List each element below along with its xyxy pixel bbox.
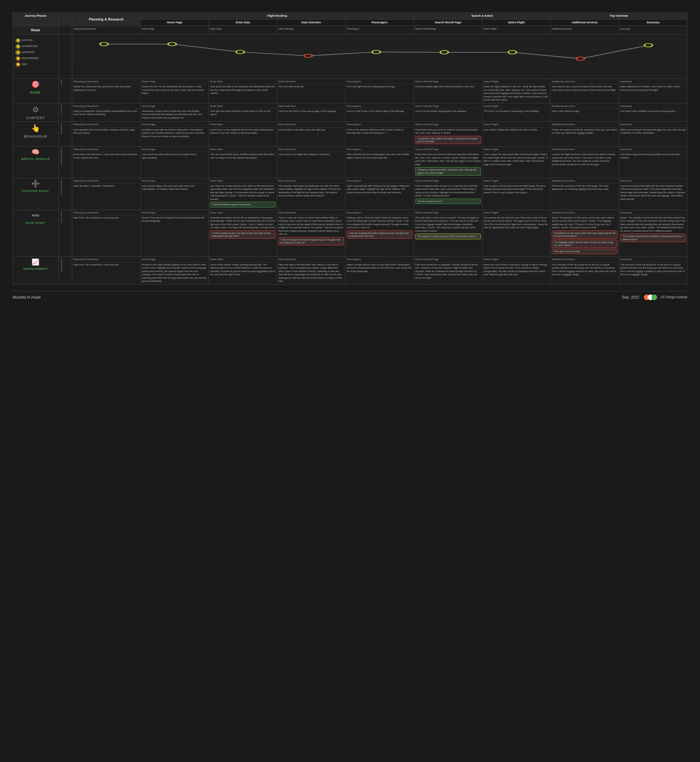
trip-overview-header: Trip Overview xyxy=(550,13,688,20)
ctx-plan-txt: Using a smartphone. Using website deskto… xyxy=(73,110,139,116)
ctx-srch-txt: User is on the search result page of the… xyxy=(415,110,481,113)
mental-row: 🧠 MENTAL MODULE Mental Module Planning &… xyxy=(13,147,688,178)
beh-home-txt: Decided to book with the small or big sc… xyxy=(142,128,208,138)
imp-passengers: Passengers make it simple and let users … xyxy=(345,257,414,284)
context-planning: Planning & Research Using a smartphone. … xyxy=(72,103,140,122)
pos-plan-txt: Open for Ideas. Inspiration. Excitement xyxy=(73,184,139,188)
beh-plan-txt: Get inspiration from social media. Compa… xyxy=(73,128,139,135)
beh-sel-txt: User selects a flight that matches the u… xyxy=(484,128,549,132)
imp-add-hdr: Additional services xyxy=(552,258,617,262)
context-icon: ⚙ xyxy=(14,105,57,114)
pain-select: Select Flight The website did not notify… xyxy=(482,210,550,257)
pain-pass-quote: "I did not recognise the button maybe be… xyxy=(347,231,412,239)
mental-srch-txt: Read and scroll up & down to need the im… xyxy=(415,153,481,166)
pain-data-hdr: Data Selection xyxy=(278,211,344,215)
goal-label-text: GOAL xyxy=(30,91,41,94)
mental-srch-hdr: Search Result Page xyxy=(415,148,481,152)
svg-point-11 xyxy=(577,57,584,60)
ctx-plan-hdr: Planning & Research xyxy=(73,105,139,109)
context-label-cell: ⚙ CONTEXT xyxy=(13,103,59,122)
mental-planning: Planning & Research Know where the direc… xyxy=(72,147,140,178)
pain-plan-txt: High Price. No connections. Long stop ov… xyxy=(73,216,139,220)
interested-text: INTERESTED xyxy=(22,45,38,48)
svg-point-9 xyxy=(440,50,448,54)
steps-planning: Planning & Research xyxy=(72,26,140,34)
pain-label-text: PAIN POINT xyxy=(26,221,45,225)
pain-row: ➖ PAIN POINT Pain Point Planning & Resea… xyxy=(13,210,688,257)
beh-enter: Enter Data Users focus on the keyboard a… xyxy=(209,122,277,147)
beh-srch-txt: Read and scroll up & down to read the im… xyxy=(415,128,481,135)
imp-home-txt: Provide a user with a limited options so… xyxy=(142,263,208,283)
imp-data-sel: Data Selection Place the date In the fie… xyxy=(277,257,345,284)
goal-home: Home Page Collect the info. for the dest… xyxy=(140,78,209,103)
beh-sum-txt: Before proceeding to the payment page, t… xyxy=(620,128,686,135)
journey-phases-header: Journey Phases xyxy=(13,13,59,26)
pain-summary: Summary Quote: 'The website informs me t… xyxy=(619,210,688,257)
page-container: Journey Phases Planning & Research Fligh… xyxy=(12,12,688,303)
svg-point-5 xyxy=(168,42,176,46)
positive-label-cell: ➕ POSITIVE POINT xyxy=(13,178,59,210)
beh-add-hdr: Additional services xyxy=(552,123,617,127)
goal-enter-text: User opens the date of the departure and… xyxy=(210,85,276,95)
mental-label-text: MENTAL MODULE xyxy=(21,157,50,161)
emotion-excited-label: 😊 EXCITED xyxy=(16,38,56,43)
beh-home-hdr: Home Page xyxy=(142,123,208,127)
goal-select-text: Select the flight suitable for the user.… xyxy=(484,85,549,102)
imp-sum-txt: The summary of the trip should be on the… xyxy=(620,263,686,276)
pain-spacer: Pain Point xyxy=(58,210,72,257)
goal-enter-header: Enter Data xyxy=(210,80,276,84)
pain-planning: Planning & Research High Price. No conne… xyxy=(72,210,140,257)
pain-passengers: Passengers Adding a user to click the bu… xyxy=(345,210,414,257)
pos-planning: Planning & Research Open for Ideas. Insp… xyxy=(72,178,140,210)
pos-add-txt: Present the summary of the top of the pa… xyxy=(552,184,617,191)
pos-additional: Additional services Present the summary … xyxy=(550,178,619,210)
ctx-home-hdr: Home Page xyxy=(142,105,208,109)
steps-spacer xyxy=(58,26,72,34)
imp-additional: Additional services The summary of the t… xyxy=(550,257,619,284)
beh-data-txt: Concentrate on the date to pick the righ… xyxy=(278,128,344,132)
svg-point-10 xyxy=(508,50,517,54)
step-home: Home Page xyxy=(140,19,209,26)
mental-additional: Additional services Look for the flight … xyxy=(550,147,619,178)
steps-data-sel: Data Selection xyxy=(277,26,345,34)
pos-data-sel: Data Selection The selection field opens… xyxy=(277,178,345,210)
imp-sel-hdr: Select Flight xyxy=(484,258,549,262)
goal-summary-text: Make adjustments if needed. User wants t… xyxy=(620,85,686,92)
pos-pass-txt: Open automatically after finishing the l… xyxy=(347,184,412,195)
pain-data-txt: There is only one choice to set the date… xyxy=(278,216,344,236)
pos-select: Select Flight User is able to choose and… xyxy=(482,178,550,210)
steps-search: Search Result Page xyxy=(414,26,482,34)
mental-home: Home Page User knows the date and the pr… xyxy=(140,147,209,178)
goal-home-text: Collect the info. for the destination li… xyxy=(142,85,208,95)
goal-label-cell: 🎯 GOAL xyxy=(13,78,59,103)
pos-sel-hdr: Select Flight xyxy=(484,180,549,183)
mental-enter-hdr: Enter Data xyxy=(210,148,276,152)
mental-plan-txt: Know where the direction is. User know w… xyxy=(73,153,139,159)
pain-label-cell: ➖ PAIN POINT xyxy=(13,210,59,257)
ctx-data-hdr: Data Selection xyxy=(278,105,344,109)
positive-row: ➕ POSITIVE POINT Positive Point Planning… xyxy=(13,178,688,210)
pain-add-quote3: "Who gave read all of that!" xyxy=(552,249,617,254)
mental-add-txt: Look for the flight summary. User wants … xyxy=(552,153,617,166)
mental-select: Select Flight Users expect the same pric… xyxy=(482,147,550,178)
pain-data-sel: Data Selection There is only one choice … xyxy=(277,210,345,257)
emotion-satisfied-label: 😐 SATISFIED xyxy=(16,50,56,55)
bad-icon: 😞 xyxy=(16,62,20,67)
goal-additional: Additional services User want to see a c… xyxy=(550,78,619,103)
imp-enter: Enter Data 'more recent search' makes bo… xyxy=(209,257,277,284)
steps-select: Select Flight xyxy=(482,26,550,34)
pain-home: Home Page Search Form did not recognize … xyxy=(140,210,209,257)
pos-enter: Enter Data user finds the closest airpor… xyxy=(209,178,277,210)
pain-enter-quote: "I can't it makes me feel I can type to … xyxy=(210,231,276,239)
mental-search: Search Result Page Read and scroll up & … xyxy=(414,147,482,178)
goal-row: 🎯 GOAL Goal Planning & Research Attend t… xyxy=(13,78,688,103)
bad-text: BAD xyxy=(22,63,27,66)
step-enter-data: Enter Data xyxy=(209,19,277,26)
satisfied-icon: 😐 xyxy=(16,50,20,55)
ctx-data-txt: User is in the Home or the search page o… xyxy=(278,110,344,113)
pos-data-txt: The selection field opens automatically … xyxy=(278,184,344,198)
imp-srch-txt: Filter and sorting are so important. Res… xyxy=(415,263,481,280)
mental-sum-txt: User feels happy that the booking flight… xyxy=(620,153,686,159)
pain-add-quote1: "Everything is in this corner what is th… xyxy=(552,231,617,239)
goal-data-sel-text: Fill in the date of the trip xyxy=(278,85,344,89)
